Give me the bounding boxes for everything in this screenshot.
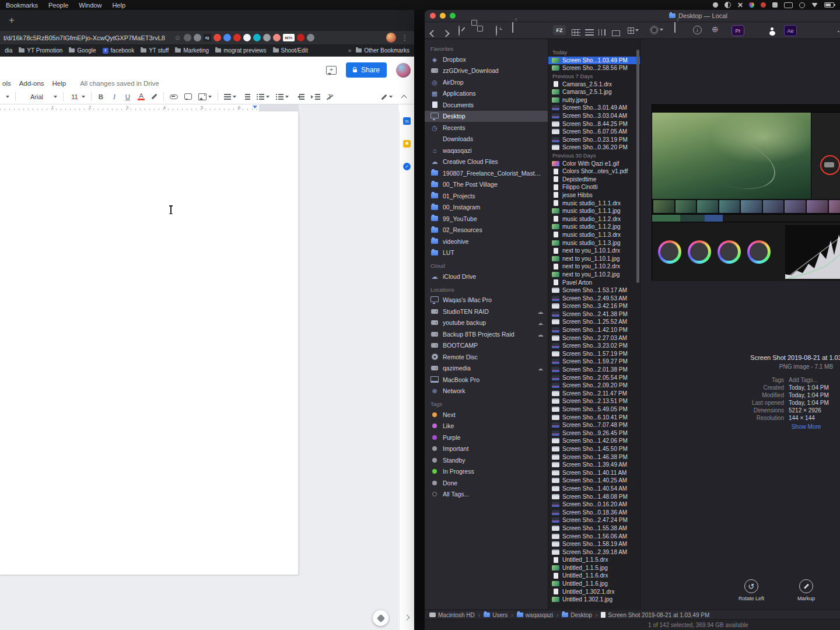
premiere-badge[interactable]: Pr (732, 25, 744, 36)
file-row[interactable]: Screen Sho...2.09.20 PM (548, 382, 640, 390)
markup-quick-action[interactable]: Markup (789, 579, 823, 601)
back-button[interactable] (430, 28, 436, 38)
file-row[interactable]: Screen Sho...1.46.38 PM (548, 453, 640, 461)
eject-icon[interactable] (538, 366, 543, 370)
sidebar-item[interactable]: Remote Disc (425, 351, 548, 363)
sidebar-item[interactable]: Important (425, 443, 548, 455)
upload-icon[interactable] (512, 22, 513, 33)
file-row[interactable]: Screen Sho...1.25.52 AM (548, 318, 640, 326)
browse-icon[interactable] (459, 26, 460, 36)
sidebar-item[interactable]: BOOTCAMP (425, 340, 548, 352)
file-row[interactable]: Screen Sho...0.23.19 PM (548, 136, 640, 144)
title-bar[interactable]: Desktop — Local (425, 10, 840, 22)
show-more-link[interactable]: Show More (640, 424, 840, 430)
sidebar-item[interactable]: Standby (425, 454, 548, 466)
extension-icon[interactable] (253, 34, 261, 41)
view-gallery-button[interactable] (612, 28, 620, 38)
view-icons-button[interactable] (572, 27, 580, 38)
view-columns-button[interactable] (598, 27, 607, 38)
line-spacing-button[interactable] (240, 93, 253, 101)
status-icon[interactable] (799, 2, 805, 8)
url-text[interactable]: t/d/16k78c5RzB05n7IGfmEPjo-XcwQytGXP7MaE… (4, 34, 172, 41)
file-row[interactable]: Screen Sho...2.13.51 PM (548, 397, 640, 405)
status-icon[interactable] (772, 2, 778, 8)
add-comment-button[interactable] (182, 92, 194, 101)
metadata-value[interactable]: Add Tags... (789, 377, 818, 383)
file-row[interactable]: Screen Sho...1.59.27 PM (548, 358, 640, 366)
collapse-toolbar-icon[interactable] (401, 95, 407, 101)
file-row[interactable]: Screen Sho...2.49.53 AM (548, 294, 640, 302)
file-row[interactable]: Screen Sho...1.40.25 AM (548, 477, 640, 485)
extension-icon[interactable]: IQ (204, 34, 211, 41)
status-icon[interactable] (737, 2, 743, 8)
file-row[interactable]: Screen Sho...2.39.18 AM (548, 548, 640, 556)
file-row[interactable]: Screen Sho...0.16.20 AM (548, 501, 640, 509)
extension-icon[interactable] (243, 34, 251, 41)
sidebar-item[interactable]: Desktop (425, 111, 548, 123)
sidebar-item[interactable]: MacBook Pro (425, 374, 548, 386)
profile-avatar[interactable] (386, 33, 396, 43)
sidebar-item[interactable]: 02_Resources (425, 225, 548, 236)
file-row[interactable]: Screen Sho...1.56.06 AM (548, 532, 640, 540)
info-button[interactable]: i (693, 26, 702, 34)
file-row[interactable]: next to you_1.10.2.jpg (548, 271, 640, 279)
scrollbar-thumb[interactable] (636, 50, 639, 283)
file-row[interactable]: Pavel Arton (548, 278, 640, 286)
insert-image-button[interactable] (196, 92, 214, 102)
sidebar-item[interactable]: ☁Creative Cloud Files (425, 156, 548, 168)
file-row[interactable]: Untitled_1.1.5.drx (548, 556, 640, 564)
menu-help[interactable]: Help (112, 2, 125, 9)
file-row[interactable]: Screen Sho...1.40.54 AM (548, 485, 640, 493)
file-row[interactable]: Color With Qazi e1.gif (548, 159, 640, 167)
file-row[interactable]: next to you_1.10.1.jpg (548, 254, 640, 262)
sidebar-item[interactable]: qazimedia (425, 363, 548, 374)
history-icon[interactable] (496, 26, 497, 36)
file-row[interactable]: Screen Sho...1.58.19 AM (548, 540, 640, 548)
eject-icon[interactable] (538, 332, 543, 337)
file-row[interactable]: music studio_1.1.2.drx (548, 215, 640, 223)
file-row[interactable]: Untitled_1.1.5.jpg (548, 564, 640, 572)
file-row[interactable]: Screen Sho...8.44.25 PM (548, 120, 640, 128)
file-row[interactable]: Screen Sho...3.42.16 PM (548, 302, 640, 310)
file-row[interactable]: music studio_1.1.3.drx (548, 231, 640, 239)
sidebar-item[interactable]: ◈Dropbox (425, 54, 548, 65)
file-row[interactable]: Untitled 1.302.1.jpg (548, 596, 640, 604)
status-icon[interactable] (824, 2, 834, 8)
forward-button[interactable] (443, 28, 449, 38)
extension-icon[interactable] (307, 34, 314, 41)
file-row[interactable]: Screen Sho...2.05.54 PM (548, 373, 640, 382)
keep-icon[interactable] (403, 140, 411, 148)
bookmark-item[interactable]: Shoot/Edit (273, 47, 308, 54)
file-row[interactable]: Screen Sho...9.26.45 PM (548, 429, 640, 438)
sidebar-item[interactable]: ◎AirDrop (425, 76, 548, 88)
file-row[interactable]: Screen Sho...3.03.04 AM (548, 112, 640, 120)
file-row[interactable]: Depistedtime (548, 176, 640, 184)
file-row[interactable]: Screen Sho...1.42.06 PM (548, 437, 640, 445)
sidebar-item[interactable]: 01_Projects (425, 190, 548, 202)
account-avatar[interactable] (396, 63, 411, 78)
file-row[interactable]: Filippo Cinotti (548, 183, 640, 191)
font-family-select[interactable]: Arial (19, 92, 60, 102)
path-segment[interactable]: Screen Shot 2019-08-21 at 1.03.49 PM (601, 612, 709, 618)
file-row[interactable]: nutty.jpeg (548, 96, 640, 104)
sidebar-item[interactable]: zzGDrive_Download (425, 65, 548, 77)
sidebar-item[interactable]: 99_YouTube (425, 213, 548, 225)
menu-people[interactable]: People (48, 2, 68, 9)
extension-icon[interactable] (263, 34, 271, 41)
file-row[interactable]: next to you_1.10.1.drx (548, 247, 640, 255)
extension-icon[interactable] (223, 34, 231, 41)
menu-window[interactable]: Window (79, 2, 102, 9)
bookmark-item[interactable]: YT Promotion (19, 47, 62, 54)
share-button[interactable] (674, 22, 676, 33)
extension-icon[interactable] (233, 34, 241, 41)
sidebar-item[interactable]: ◷Recents (425, 122, 548, 134)
bookmarks-overflow-button[interactable]: » (344, 47, 356, 54)
underline-button[interactable]: U (122, 92, 134, 102)
bookmark-star-icon[interactable]: ☆ (174, 34, 181, 42)
file-row[interactable]: Screen Sho...6.07.05 AM (548, 128, 640, 136)
file-row[interactable]: Screen Sho...2.58.56 PM (548, 64, 640, 72)
status-icon[interactable] (749, 2, 754, 8)
actions-button[interactable] (650, 26, 663, 34)
file-row[interactable]: Camaras_2.5.1.drx (548, 80, 640, 88)
file-row[interactable]: Screen Sho...5.49.05 PM (548, 405, 640, 414)
